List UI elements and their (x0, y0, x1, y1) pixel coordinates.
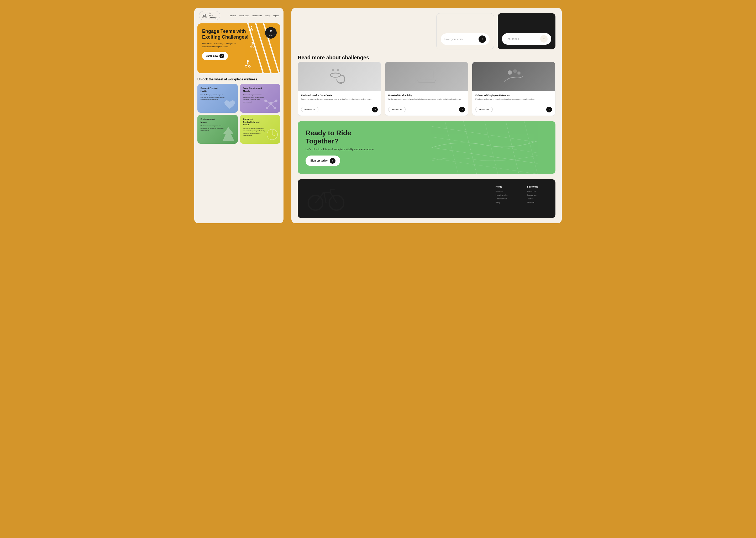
enroll-arrow-icon: ↗ (219, 54, 224, 58)
challenges-grid: Reduced Health Care Costs Comprehensive … (298, 62, 555, 116)
read-more-productivity-button[interactable]: Read more (388, 107, 405, 112)
read-more-health-button[interactable]: Read more (301, 107, 318, 112)
card-desc: Regular activity boosts energy, concentr… (243, 128, 269, 137)
svg-line-35 (432, 126, 538, 142)
molecule-icon (263, 97, 279, 111)
enroll-now-button[interactable]: Enroll now ↗ (202, 52, 228, 60)
read-more-retention-arrow[interactable]: ↗ (546, 107, 552, 112)
stethoscope-icon (329, 67, 350, 86)
svg-point-30 (337, 69, 339, 71)
nav-signup[interactable]: Signup (273, 15, 279, 17)
footer-link-facebook[interactable]: Facebook (527, 190, 548, 192)
svg-rect-15 (227, 102, 230, 103)
hero-subtitle: Fun, easy-to-use activity challenges for… (202, 42, 244, 48)
svg-rect-31 (420, 70, 433, 79)
cta-get-started-label: Get Started (505, 37, 539, 40)
challenge-img-retention (472, 62, 555, 91)
footer-link-twitter[interactable]: Twitter (527, 197, 548, 200)
left-panel: The Bike Challenge Benefits How it works… (194, 8, 283, 223)
challenge-card-body-retention: Enhanced Employee Retention Employee wel… (472, 91, 555, 105)
sign-up-label: Sign up today (310, 159, 328, 162)
bike-logo-icon (202, 14, 207, 18)
wellness-title: Unlock the wheel of workplace wellness. (197, 78, 280, 81)
sign-up-today-button[interactable]: Sign up today ↑ (306, 155, 340, 166)
wellness-card-productivity: Enhanced Productivity and Focus Regular … (240, 115, 280, 144)
read-more-productivity-arrow[interactable]: ↗ (459, 107, 465, 112)
cta-input-light[interactable]: Enter your email ↑ (441, 33, 490, 45)
svg-line-42 (506, 121, 519, 174)
right-panel: Enter your email ↑ Get Started ↑ Read mo… (291, 8, 562, 223)
footer: Home Benefits How it works Testimonials … (298, 179, 555, 218)
svg-point-12 (245, 65, 247, 67)
sign-up-arrow-icon: ↑ (330, 158, 336, 164)
svg-point-11 (247, 60, 249, 62)
challenge-title-retention: Enhanced Employee Retention (475, 94, 552, 97)
svg-point-5 (251, 26, 252, 27)
svg-line-41 (485, 121, 498, 174)
read-more-health-arrow[interactable]: ↗ (372, 107, 378, 112)
challenge-card-body-health: Reduced Health Care Costs Comprehensive … (298, 91, 381, 105)
enroll-label: Enroll now (206, 55, 218, 57)
wellness-grid: Boosted Physical Health Fun challenges p… (197, 84, 280, 144)
svg-point-10 (253, 46, 255, 48)
challenge-img-health (298, 62, 381, 91)
cta-input-dark[interactable]: Get Started ↑ (502, 33, 551, 45)
ready-title: Ready to Ride Together? (306, 129, 384, 145)
footer-link-linkedin[interactable]: LinkedIn (527, 201, 548, 204)
wellness-card-environmental: Environmental Impact Reduce carbon footp… (197, 115, 238, 144)
svg-point-8 (252, 42, 253, 43)
svg-point-34 (517, 72, 521, 75)
card-title: Boosted Physical Health (201, 87, 221, 92)
footer-social-title: Follow us (527, 186, 548, 188)
nav-pricing[interactable]: Pricing (265, 15, 270, 17)
top-cta-row: Enter your email ↑ Get Started ↑ (298, 13, 555, 49)
challenge-card-retention: Enhanced Employee Retention Employee wel… (472, 62, 555, 116)
footer-link-instagram[interactable]: Instagram (527, 194, 548, 196)
star-icon (269, 29, 272, 32)
footer-link-how-it-works[interactable]: How it works (496, 194, 517, 196)
challenge-desc-health: Comprehensive wellness programs can lead… (301, 98, 378, 101)
footer-social-col: Follow us Facebook Instagram Twitter Lin… (527, 186, 548, 205)
heart-cross-icon (223, 100, 236, 111)
card-title: Enhanced Productivity and Focus (243, 118, 264, 126)
clock-icon (266, 128, 279, 142)
laptop-icon (416, 67, 437, 86)
card-title: Environmental Impact (201, 118, 221, 124)
tree-icon (220, 127, 236, 142)
hero-badge: JOIN NOW • WIN MORE (265, 27, 277, 39)
nav-benefits[interactable]: Benefits (230, 15, 236, 17)
challenge-img-productivity (385, 62, 468, 91)
footer-nav-col: Home Benefits How it works Testimonials … (496, 186, 517, 205)
challenge-card-body-productivity: Boosted Productivity Wellness programs a… (385, 91, 468, 105)
challenge-desc-productivity: Wellness programs and physical activity … (388, 98, 465, 101)
logo[interactable]: The Bike Challenge (199, 11, 220, 20)
svg-point-13 (249, 65, 251, 67)
challenge-footer-productivity: Read more ↗ (385, 105, 468, 116)
footer-bike-icon (305, 186, 347, 212)
read-more-retention-button[interactable]: Read more (475, 107, 493, 112)
svg-point-28 (339, 82, 342, 84)
card-desc: Fun challenges promote regular exercise,… (201, 94, 227, 101)
cta-submit-dark[interactable]: ↑ (540, 35, 547, 42)
svg-point-27 (330, 73, 341, 77)
nav-testimonials[interactable]: Testimonials (252, 15, 262, 17)
footer-link-benefits[interactable]: Benefits (496, 190, 517, 192)
nav-links: Benefits How it works Testimonials Prici… (230, 15, 279, 17)
footer-nav-title: Home (496, 186, 517, 188)
svg-point-9 (251, 46, 252, 48)
wellness-card-bonding: Team Bonding and Morale Shared biking ex… (240, 84, 280, 113)
footer-link-testimonials[interactable]: Testimonials (496, 197, 517, 200)
svg-line-39 (445, 121, 458, 174)
ready-subtitle: Let's roll into a future of workplace vi… (306, 147, 379, 151)
svg-line-23 (267, 103, 271, 108)
cta-submit-light[interactable]: ↑ (479, 35, 486, 43)
footer-link-blog[interactable]: Blog (496, 201, 517, 204)
nav-how-it-works[interactable]: How it works (239, 15, 250, 17)
svg-point-32 (508, 71, 512, 75)
challenges-section: Read more about challenges (298, 55, 555, 116)
challenge-footer-health: Read more ↗ (298, 105, 381, 116)
svg-line-37 (432, 147, 538, 163)
challenge-card-productivity: Boosted Productivity Wellness programs a… (385, 62, 468, 116)
svg-line-24 (271, 103, 275, 108)
badge-text: JOIN NOW • WIN MORE (265, 33, 277, 37)
